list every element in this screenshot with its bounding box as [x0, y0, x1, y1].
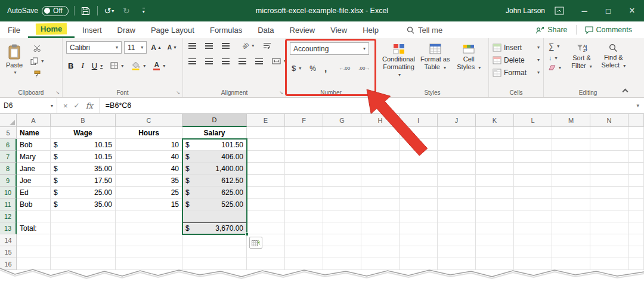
- cell-H13[interactable]: [361, 222, 400, 234]
- col-header-F[interactable]: F: [285, 114, 323, 127]
- bold-button[interactable]: B: [66, 60, 75, 72]
- cell-B6[interactable]: $10.15: [51, 139, 116, 151]
- find-select-button[interactable]: Find & Select ▾: [599, 41, 628, 71]
- col-header-L[interactable]: L: [514, 114, 552, 127]
- cell-N6[interactable]: [590, 139, 628, 151]
- cell-E9[interactable]: [247, 175, 285, 187]
- decrease-indent-button[interactable]: [237, 57, 248, 66]
- cell-B10[interactable]: $25.00: [51, 187, 116, 199]
- comments-button[interactable]: Comments: [579, 24, 638, 36]
- cell-A15[interactable]: [17, 246, 51, 258]
- cell-D12[interactable]: [182, 210, 247, 222]
- cell-L13[interactable]: [514, 222, 552, 234]
- cell-L16[interactable]: [514, 258, 552, 270]
- cell-K5[interactable]: [476, 127, 514, 139]
- cell-K12[interactable]: [476, 210, 514, 222]
- cell-G15[interactable]: [323, 246, 361, 258]
- cell-G13[interactable]: [323, 222, 361, 234]
- cell-M7[interactable]: [552, 151, 590, 163]
- name-box[interactable]: D6 ▾: [0, 98, 57, 113]
- autosave-pill[interactable]: Off: [42, 6, 69, 16]
- cell-G6[interactable]: [323, 139, 361, 151]
- cell-M14[interactable]: [552, 234, 590, 246]
- share-button[interactable]: Share: [530, 24, 573, 36]
- cell-M6[interactable]: [552, 139, 590, 151]
- cell-I10[interactable]: [400, 187, 438, 199]
- cell-H7[interactable]: [361, 151, 400, 163]
- cell-K11[interactable]: [476, 199, 514, 210]
- cell-J14[interactable]: [438, 234, 476, 246]
- tab-view[interactable]: View: [323, 21, 355, 38]
- cell-E8[interactable]: [247, 163, 285, 175]
- cell-D15[interactable]: [182, 246, 247, 258]
- cell-C9[interactable]: 35: [116, 175, 182, 187]
- cell-J15[interactable]: [438, 246, 476, 258]
- cell-L6[interactable]: [514, 139, 552, 151]
- bottom-align-button[interactable]: [220, 42, 231, 50]
- tab-draw[interactable]: Draw: [110, 21, 143, 38]
- cell-H11[interactable]: [361, 199, 400, 210]
- col-header-I[interactable]: I: [400, 114, 438, 127]
- cell-F6[interactable]: [285, 139, 323, 151]
- col-header-E[interactable]: E: [247, 114, 285, 127]
- cell-N11[interactable]: [590, 199, 628, 210]
- tab-data[interactable]: Data: [250, 21, 281, 38]
- cell-M9[interactable]: [552, 175, 590, 187]
- cell-F8[interactable]: [285, 163, 323, 175]
- cell-F9[interactable]: [285, 175, 323, 187]
- cell-I8[interactable]: [400, 163, 438, 175]
- cell-H16[interactable]: [361, 258, 400, 270]
- cell-D5[interactable]: Salary: [182, 127, 247, 139]
- cell-K10[interactable]: [476, 187, 514, 199]
- cell-F10[interactable]: [285, 187, 323, 199]
- middle-align-button[interactable]: [203, 42, 215, 50]
- cell-H10[interactable]: [361, 187, 400, 199]
- col-header-H[interactable]: H: [361, 114, 400, 127]
- row-header-12[interactable]: 12: [0, 210, 17, 222]
- row-header-10[interactable]: 10: [0, 187, 17, 199]
- row-header-14[interactable]: 14: [0, 234, 17, 246]
- orientation-button[interactable]: ab ▾: [240, 41, 256, 50]
- cell-D14[interactable]: [182, 234, 247, 246]
- cell-J5[interactable]: [438, 127, 476, 139]
- cell-M16[interactable]: [552, 258, 590, 270]
- clipboard-dialog-launcher[interactable]: ↘: [55, 90, 60, 95]
- minimize-button[interactable]: ─: [572, 0, 596, 21]
- cell-E12[interactable]: [247, 210, 285, 222]
- cell-I12[interactable]: [400, 210, 438, 222]
- cell-C15[interactable]: [116, 246, 182, 258]
- cell-M13[interactable]: [552, 222, 590, 234]
- col-header-J[interactable]: J: [438, 114, 476, 127]
- cell-K13[interactable]: [476, 222, 514, 234]
- cell-F11[interactable]: [285, 199, 323, 210]
- cell-H12[interactable]: [361, 210, 400, 222]
- col-header-A[interactable]: A: [17, 114, 51, 127]
- cell-C5[interactable]: Hours: [116, 127, 182, 139]
- cell-A14[interactable]: [17, 234, 51, 246]
- format-painter-button[interactable]: [29, 69, 45, 79]
- cell-F16[interactable]: [285, 258, 323, 270]
- decrease-font-size-button[interactable]: A▼: [166, 43, 179, 52]
- cell-D13[interactable]: $3,670.00: [182, 222, 247, 234]
- increase-indent-button[interactable]: [253, 57, 265, 66]
- cell-D16[interactable]: [182, 258, 247, 270]
- cell-N15[interactable]: [590, 246, 628, 258]
- cell-K6[interactable]: [476, 139, 514, 151]
- cell-J16[interactable]: [438, 258, 476, 270]
- cell-E11[interactable]: [247, 199, 285, 210]
- number-format-combo[interactable]: Accounting ▾: [290, 42, 369, 55]
- borders-button[interactable]: ▾: [109, 61, 125, 70]
- cell-I6[interactable]: [400, 139, 438, 151]
- cell-L12[interactable]: [514, 210, 552, 222]
- cell-M8[interactable]: [552, 163, 590, 175]
- cell-F14[interactable]: [285, 234, 323, 246]
- cell-K15[interactable]: [476, 246, 514, 258]
- cell-L11[interactable]: [514, 199, 552, 210]
- cell-I14[interactable]: [400, 234, 438, 246]
- cell-L10[interactable]: [514, 187, 552, 199]
- cell-H5[interactable]: [361, 127, 400, 139]
- cell-F12[interactable]: [285, 210, 323, 222]
- row-header-6[interactable]: 6: [0, 139, 17, 151]
- clear-button[interactable]: ▾: [547, 64, 565, 71]
- cell-E10[interactable]: [247, 187, 285, 199]
